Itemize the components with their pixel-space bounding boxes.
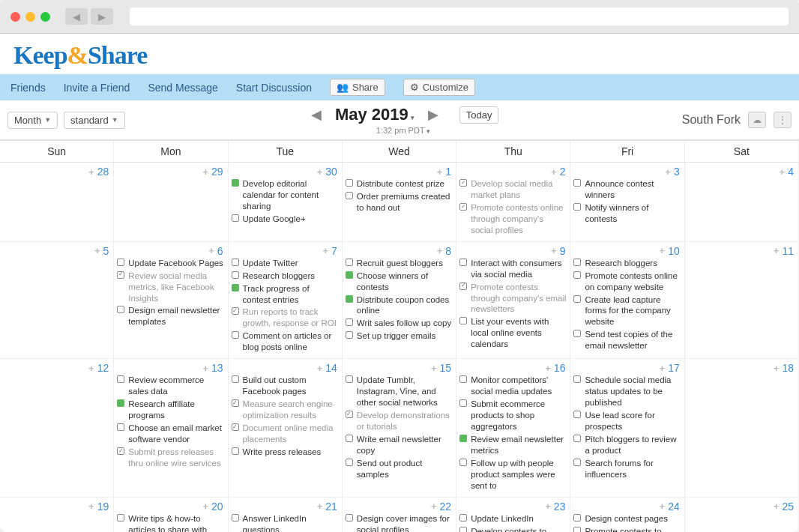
checkbox-icon[interactable] [459, 459, 467, 466]
checkbox-icon[interactable] [117, 514, 124, 522]
event-item[interactable]: Notify winners of contests [573, 202, 681, 226]
nav-start-discussion[interactable]: Start Discussion [236, 82, 312, 94]
time-zone[interactable]: 1:32 pm PDT ▾ [376, 126, 431, 135]
checkbox-icon[interactable] [573, 271, 581, 279]
share-button[interactable]: 👥Share [330, 79, 385, 96]
event-item[interactable]: Schedule social media status updates to … [573, 374, 681, 409]
event-item[interactable]: Distribute coupon codes online [346, 294, 453, 318]
calendar-cell[interactable]: +4 [685, 163, 799, 242]
event-item[interactable]: Comment on articles or blog posts online [232, 330, 339, 354]
add-event-icon[interactable]: + [774, 363, 780, 374]
add-event-icon[interactable]: + [317, 501, 323, 512]
checkbox-icon[interactable] [459, 399, 467, 407]
event-item[interactable]: Update Facebook Pages [117, 257, 224, 270]
checkbox-icon[interactable] [232, 214, 239, 222]
add-event-icon[interactable]: + [202, 166, 208, 178]
event-item[interactable]: Build out custom Facebook pages [232, 374, 339, 398]
event-item[interactable]: Follow up with people product samples we… [459, 457, 567, 492]
calendar-cell[interactable]: +12 [0, 359, 114, 497]
event-item[interactable]: Review email newsletter metrics [459, 433, 567, 457]
event-item[interactable]: Design contest pages [573, 513, 681, 525]
checkbox-icon[interactable] [459, 527, 467, 533]
event-item[interactable]: Answer LinkedIn questions [232, 513, 339, 532]
checkbox-checked-icon[interactable] [459, 179, 467, 187]
prev-month-button[interactable]: ◀ [308, 106, 325, 123]
checkbox-icon[interactable] [573, 375, 581, 383]
event-item[interactable]: List your events with local online event… [459, 315, 567, 351]
close-icon[interactable] [10, 12, 20, 22]
add-event-icon[interactable]: + [202, 363, 208, 374]
event-item[interactable]: Research affiliate programs [117, 398, 224, 422]
event-item[interactable]: Promote contests through company's email… [459, 281, 567, 316]
event-item[interactable]: Design email newsletter templates [117, 304, 224, 328]
calendar-cell[interactable]: +15Update Tumblr, Instagram, Vine, and o… [343, 359, 456, 497]
add-event-icon[interactable]: + [317, 363, 323, 374]
calendar-cell[interactable]: +5 [0, 242, 114, 360]
add-event-icon[interactable]: + [94, 245, 100, 256]
event-item[interactable]: Distribute contest prize [346, 178, 453, 190]
event-item[interactable]: Interact with consumers via social media [459, 257, 567, 281]
add-event-icon[interactable]: + [431, 363, 437, 374]
checkbox-icon[interactable] [573, 179, 581, 187]
customize-button[interactable]: ⚙Customize [403, 79, 475, 96]
event-item[interactable]: Write press releases [232, 446, 339, 459]
checkbox-icon[interactable] [117, 423, 124, 431]
checkbox-icon[interactable] [573, 527, 581, 533]
event-item[interactable]: Promote contests online through company'… [459, 202, 567, 237]
checkbox-icon[interactable] [346, 459, 353, 466]
event-item[interactable]: Develop contests to promote a business o… [459, 525, 567, 533]
calendar-cell[interactable]: +11 [685, 242, 799, 360]
add-event-icon[interactable]: + [322, 245, 328, 256]
nav-invite[interactable]: Invite a Friend [64, 82, 130, 94]
event-item[interactable]: Use lead score for prospects [573, 409, 681, 433]
more-icon[interactable]: ⋮ [774, 112, 792, 128]
calendar-cell[interactable]: +13Review ecommerce sales dataResearch a… [114, 359, 228, 497]
add-event-icon[interactable]: + [780, 166, 786, 178]
calendar-cell[interactable]: +3Announce contest winnersNotify winners… [570, 163, 684, 242]
calendar-cell[interactable]: +29 [114, 163, 228, 242]
event-item[interactable]: Choose an email market software vendor [117, 422, 224, 446]
calendar-cell[interactable]: +22Design cover images for social profil… [343, 498, 456, 532]
calendar-cell[interactable]: +23Update LinkedInDevelop contests to pr… [456, 498, 570, 532]
calendar-cell[interactable]: +30Develop editorial calendar for conten… [229, 163, 343, 242]
checkbox-icon[interactable] [232, 447, 239, 455]
event-item[interactable]: Order premiums created to hand out [346, 190, 453, 214]
add-event-icon[interactable]: + [431, 501, 437, 512]
calendar-cell[interactable]: +21Answer LinkedIn questionsBookmark blo… [229, 498, 343, 532]
checkbox-icon[interactable] [117, 259, 124, 266]
checkbox-checked-icon[interactable] [232, 399, 239, 407]
minimize-icon[interactable] [25, 12, 35, 22]
event-item[interactable]: Promote contests to contest directories [573, 525, 681, 533]
event-item[interactable]: Document online media placements [232, 422, 339, 446]
add-event-icon[interactable]: + [665, 166, 671, 178]
event-item[interactable]: Write email newsletter copy [346, 433, 453, 457]
event-item[interactable]: Develop demonstrations or tutorials [346, 409, 453, 433]
event-item[interactable]: Pitch bloggers to review a product [573, 433, 681, 457]
nav-send-message[interactable]: Send Message [148, 82, 217, 94]
add-event-icon[interactable]: + [774, 245, 780, 256]
add-event-icon[interactable]: + [660, 245, 666, 256]
url-bar[interactable] [130, 7, 789, 25]
add-event-icon[interactable]: + [545, 363, 551, 374]
event-item[interactable]: Writ sales follow up copy [346, 317, 453, 330]
checkbox-icon[interactable] [573, 411, 581, 418]
calendar-cell[interactable]: +16Monitor competitors' social media upd… [456, 359, 570, 497]
checkbox-icon[interactable] [346, 192, 353, 199]
checkbox-checked-icon[interactable] [117, 447, 124, 455]
calendar-cell[interactable]: +25 [685, 498, 799, 532]
month-title[interactable]: May 2019▾ [335, 105, 414, 124]
add-event-icon[interactable]: + [202, 501, 208, 512]
calendar-cell[interactable]: +18 [685, 359, 799, 497]
event-item[interactable]: Recruit guest bloggers [346, 257, 453, 270]
event-item[interactable]: Announce contest winners [573, 178, 681, 202]
checkbox-checked-icon[interactable] [346, 411, 353, 418]
add-event-icon[interactable]: + [317, 166, 323, 178]
event-item[interactable]: Create lead capture forms for the compan… [573, 294, 681, 329]
checkbox-icon[interactable] [232, 375, 239, 383]
calendar-cell[interactable]: +2Develop social media market plansPromo… [456, 163, 570, 242]
event-item[interactable]: Send out product samples [346, 457, 453, 481]
event-item[interactable]: Set up trigger emails [346, 330, 453, 342]
cloud-icon[interactable]: ☁ [748, 112, 766, 128]
checkbox-icon[interactable] [346, 331, 353, 339]
event-item[interactable]: Review social media metrics, like Facebo… [117, 270, 224, 305]
